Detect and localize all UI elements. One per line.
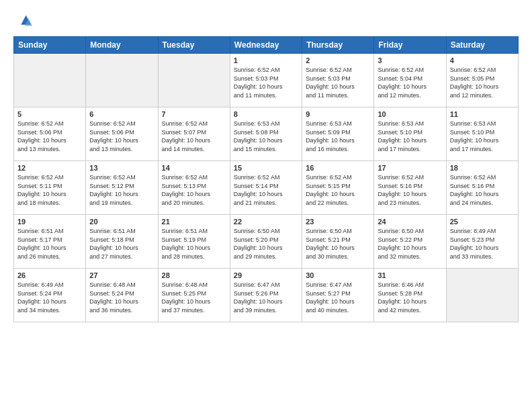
- day-info: Sunrise: 6:52 AM Sunset: 5:15 PM Dayligh…: [306, 173, 370, 207]
- day-info: Sunrise: 6:50 AM Sunset: 5:20 PM Dayligh…: [234, 227, 298, 261]
- calendar-cell: 1Sunrise: 6:52 AM Sunset: 5:03 PM Daylig…: [230, 54, 302, 107]
- day-info: Sunrise: 6:53 AM Sunset: 5:09 PM Dayligh…: [306, 120, 370, 153]
- calendar-cell: 14Sunrise: 6:52 AM Sunset: 5:13 PM Dayli…: [158, 161, 230, 215]
- day-info: Sunrise: 6:53 AM Sunset: 5:08 PM Dayligh…: [234, 120, 298, 153]
- day-info: Sunrise: 6:49 AM Sunset: 5:24 PM Dayligh…: [17, 281, 82, 314]
- calendar-cell: 9Sunrise: 6:53 AM Sunset: 5:09 PM Daylig…: [302, 107, 374, 161]
- week-row-4: 26Sunrise: 6:49 AM Sunset: 5:24 PM Dayli…: [14, 269, 519, 322]
- day-info: Sunrise: 6:52 AM Sunset: 5:06 PM Dayligh…: [17, 120, 82, 153]
- day-info: Sunrise: 6:52 AM Sunset: 5:16 PM Dayligh…: [450, 173, 515, 207]
- day-info: Sunrise: 6:52 AM Sunset: 5:14 PM Dayligh…: [234, 173, 298, 207]
- weekday-header-saturday: Saturday: [446, 37, 518, 54]
- weekday-header-row: SundayMondayTuesdayWednesdayThursdayFrid…: [14, 37, 519, 54]
- day-number: 21: [162, 218, 226, 226]
- day-number: 17: [378, 164, 442, 172]
- calendar-cell: 13Sunrise: 6:52 AM Sunset: 5:12 PM Dayli…: [86, 161, 158, 215]
- day-info: Sunrise: 6:52 AM Sunset: 5:16 PM Dayligh…: [378, 173, 442, 207]
- weekday-header-thursday: Thursday: [302, 37, 374, 54]
- calendar-cell: [14, 54, 86, 107]
- calendar-table: SundayMondayTuesdayWednesdayThursdayFrid…: [13, 36, 519, 322]
- day-number: 25: [450, 218, 515, 226]
- weekday-header-sunday: Sunday: [14, 37, 86, 54]
- day-info: Sunrise: 6:48 AM Sunset: 5:24 PM Dayligh…: [89, 281, 154, 314]
- day-number: 14: [162, 164, 226, 172]
- day-number: 31: [378, 271, 442, 279]
- day-number: 13: [89, 164, 154, 172]
- day-info: Sunrise: 6:52 AM Sunset: 5:12 PM Dayligh…: [89, 173, 154, 207]
- day-number: 23: [306, 218, 370, 226]
- calendar-cell: 30Sunrise: 6:47 AM Sunset: 5:27 PM Dayli…: [302, 269, 374, 322]
- calendar-cell: 28Sunrise: 6:48 AM Sunset: 5:25 PM Dayli…: [158, 269, 230, 322]
- page: SundayMondayTuesdayWednesdayThursdayFrid…: [0, 0, 532, 411]
- day-number: 16: [306, 164, 370, 172]
- day-number: 1: [234, 56, 298, 64]
- day-info: Sunrise: 6:47 AM Sunset: 5:26 PM Dayligh…: [234, 281, 298, 314]
- day-info: Sunrise: 6:52 AM Sunset: 5:07 PM Dayligh…: [162, 120, 226, 153]
- day-info: Sunrise: 6:46 AM Sunset: 5:28 PM Dayligh…: [378, 281, 442, 314]
- weekday-header-monday: Monday: [86, 37, 158, 54]
- day-number: 6: [89, 110, 154, 118]
- weekday-header-friday: Friday: [374, 37, 446, 54]
- calendar-cell: 24Sunrise: 6:50 AM Sunset: 5:22 PM Dayli…: [374, 215, 446, 269]
- calendar-cell: 29Sunrise: 6:47 AM Sunset: 5:26 PM Dayli…: [230, 269, 302, 322]
- calendar-cell: 10Sunrise: 6:53 AM Sunset: 5:10 PM Dayli…: [374, 107, 446, 161]
- day-number: 2: [306, 56, 370, 64]
- day-info: Sunrise: 6:52 AM Sunset: 5:05 PM Dayligh…: [450, 66, 515, 99]
- day-number: 12: [17, 164, 82, 172]
- week-row-2: 12Sunrise: 6:52 AM Sunset: 5:11 PM Dayli…: [14, 161, 519, 215]
- calendar-cell: 25Sunrise: 6:49 AM Sunset: 5:23 PM Dayli…: [446, 215, 518, 269]
- logo-icon: [13, 12, 32, 31]
- day-info: Sunrise: 6:50 AM Sunset: 5:22 PM Dayligh…: [378, 227, 442, 261]
- week-row-1: 5Sunrise: 6:52 AM Sunset: 5:06 PM Daylig…: [14, 107, 519, 161]
- calendar-cell: 12Sunrise: 6:52 AM Sunset: 5:11 PM Dayli…: [14, 161, 86, 215]
- calendar-cell: 15Sunrise: 6:52 AM Sunset: 5:14 PM Dayli…: [230, 161, 302, 215]
- day-number: 18: [450, 164, 515, 172]
- day-number: 8: [234, 110, 298, 118]
- calendar-cell: 2Sunrise: 6:52 AM Sunset: 5:03 PM Daylig…: [302, 54, 374, 107]
- day-info: Sunrise: 6:49 AM Sunset: 5:23 PM Dayligh…: [450, 227, 515, 261]
- day-number: 20: [89, 218, 154, 226]
- day-number: 29: [234, 271, 298, 279]
- calendar-cell: 21Sunrise: 6:51 AM Sunset: 5:19 PM Dayli…: [158, 215, 230, 269]
- day-info: Sunrise: 6:47 AM Sunset: 5:27 PM Dayligh…: [306, 281, 370, 314]
- calendar-cell: [158, 54, 230, 107]
- day-number: 26: [17, 271, 82, 279]
- day-number: 3: [378, 56, 442, 64]
- logo: [13, 12, 34, 31]
- calendar-cell: 5Sunrise: 6:52 AM Sunset: 5:06 PM Daylig…: [14, 107, 86, 161]
- day-number: 28: [162, 271, 226, 279]
- day-info: Sunrise: 6:50 AM Sunset: 5:21 PM Dayligh…: [306, 227, 370, 261]
- weekday-header-wednesday: Wednesday: [230, 37, 302, 54]
- calendar-cell: 16Sunrise: 6:52 AM Sunset: 5:15 PM Dayli…: [302, 161, 374, 215]
- day-number: 30: [306, 271, 370, 279]
- day-number: 7: [162, 110, 226, 118]
- calendar-cell: 19Sunrise: 6:51 AM Sunset: 5:17 PM Dayli…: [14, 215, 86, 269]
- day-info: Sunrise: 6:52 AM Sunset: 5:04 PM Dayligh…: [378, 66, 442, 99]
- calendar-cell: 17Sunrise: 6:52 AM Sunset: 5:16 PM Dayli…: [374, 161, 446, 215]
- day-number: 27: [89, 271, 154, 279]
- day-info: Sunrise: 6:51 AM Sunset: 5:19 PM Dayligh…: [162, 227, 226, 261]
- day-number: 22: [234, 218, 298, 226]
- day-info: Sunrise: 6:48 AM Sunset: 5:25 PM Dayligh…: [162, 281, 226, 314]
- calendar-cell: 31Sunrise: 6:46 AM Sunset: 5:28 PM Dayli…: [374, 269, 446, 322]
- day-info: Sunrise: 6:52 AM Sunset: 5:13 PM Dayligh…: [162, 173, 226, 207]
- day-number: 15: [234, 164, 298, 172]
- day-number: 24: [378, 218, 442, 226]
- week-row-0: 1Sunrise: 6:52 AM Sunset: 5:03 PM Daylig…: [14, 54, 519, 107]
- day-info: Sunrise: 6:53 AM Sunset: 5:10 PM Dayligh…: [378, 120, 442, 153]
- weekday-header-tuesday: Tuesday: [158, 37, 230, 54]
- calendar-cell: 22Sunrise: 6:50 AM Sunset: 5:20 PM Dayli…: [230, 215, 302, 269]
- day-info: Sunrise: 6:52 AM Sunset: 5:03 PM Dayligh…: [306, 66, 370, 99]
- calendar-cell: 7Sunrise: 6:52 AM Sunset: 5:07 PM Daylig…: [158, 107, 230, 161]
- day-number: 10: [378, 110, 442, 118]
- calendar-cell: 20Sunrise: 6:51 AM Sunset: 5:18 PM Dayli…: [86, 215, 158, 269]
- calendar-cell: 4Sunrise: 6:52 AM Sunset: 5:05 PM Daylig…: [446, 54, 518, 107]
- day-number: 9: [306, 110, 370, 118]
- day-info: Sunrise: 6:51 AM Sunset: 5:18 PM Dayligh…: [89, 227, 154, 261]
- calendar-cell: [446, 269, 518, 322]
- day-info: Sunrise: 6:52 AM Sunset: 5:06 PM Dayligh…: [89, 120, 154, 153]
- calendar-cell: 6Sunrise: 6:52 AM Sunset: 5:06 PM Daylig…: [86, 107, 158, 161]
- day-number: 5: [17, 110, 82, 118]
- day-info: Sunrise: 6:52 AM Sunset: 5:03 PM Dayligh…: [234, 66, 298, 99]
- day-number: 19: [17, 218, 82, 226]
